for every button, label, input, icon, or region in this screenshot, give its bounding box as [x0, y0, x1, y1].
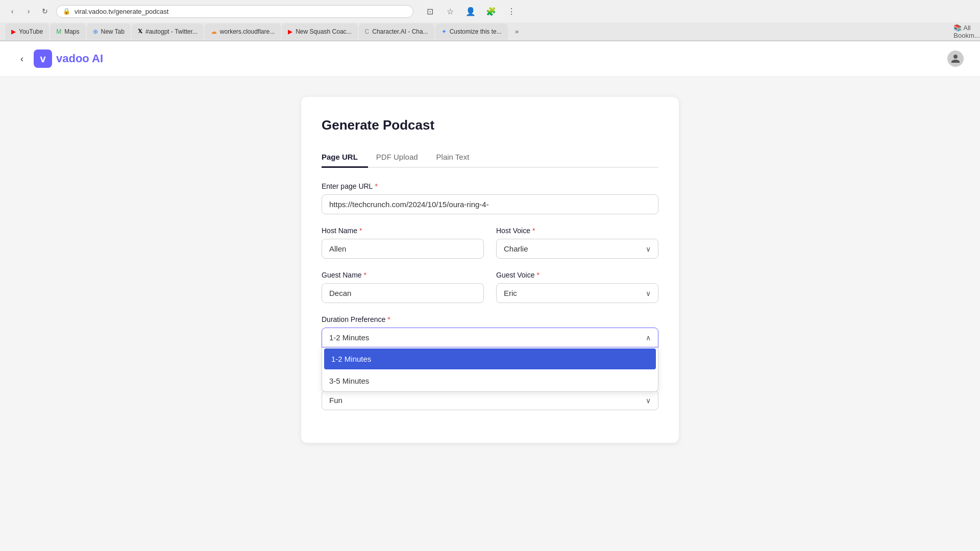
- guest-voice-required: *: [537, 271, 540, 279]
- tone-dropdown[interactable]: Fun ∨: [322, 390, 658, 410]
- tab-page-url[interactable]: Page URL: [322, 147, 368, 168]
- refresh-button[interactable]: ↻: [38, 4, 52, 18]
- guest-name-group: Guest Name *: [322, 271, 484, 303]
- back-button[interactable]: ‹: [5, 4, 19, 18]
- logo-icon: v: [34, 49, 52, 68]
- host-voice-label: Host Voice *: [496, 227, 658, 235]
- duration-required: *: [387, 315, 390, 323]
- tab-squash[interactable]: ▶ New Squash Coac...: [282, 23, 357, 40]
- host-voice-chevron: ∨: [646, 245, 651, 253]
- url-form-group: Enter page URL *: [322, 182, 658, 214]
- tab-characterai[interactable]: C Character.AI - Cha...: [359, 23, 434, 40]
- svg-text:v: v: [40, 53, 46, 64]
- tab-customize-label: Customize this te...: [450, 28, 502, 35]
- url-input[interactable]: [322, 194, 658, 214]
- nav-buttons: ‹ › ↻: [5, 4, 52, 18]
- bookmark-icon[interactable]: ☆: [442, 3, 458, 19]
- customize-tab-icon: ✦: [442, 28, 447, 35]
- toolbar-right: ⊡ ☆ 👤 🧩 ⋮: [422, 3, 520, 19]
- guest-voice-chevron: ∨: [646, 289, 651, 297]
- tab-plain-text[interactable]: Plain Text: [436, 147, 480, 168]
- tab-new-tab-label: New Tab: [101, 28, 125, 35]
- logo: v vadoo AI: [34, 49, 103, 68]
- autogpt-tab-icon: 𝕏: [138, 28, 142, 35]
- extensions-icon[interactable]: 🧩: [483, 3, 499, 19]
- duration-form-group: Duration Preference * 1-2 Minutes ∧ 1-2 …: [322, 315, 658, 347]
- tone-chevron: ∨: [646, 396, 651, 405]
- tab-youtube-label: YouTube: [19, 28, 43, 35]
- tab-maps-label: Maps: [64, 28, 79, 35]
- guest-voice-dropdown[interactable]: Eric ∨: [496, 283, 658, 303]
- tabs-nav: Page URL PDF Upload Plain Text: [322, 147, 658, 168]
- tab-maps[interactable]: M Maps: [50, 23, 85, 40]
- browser-toolbar: ‹ › ↻ 🔒 ⊡ ☆ 👤 🧩 ⋮: [0, 0, 980, 22]
- profile-avatar[interactable]: 👤: [462, 3, 479, 19]
- guest-name-label: Guest Name *: [322, 271, 484, 279]
- youtube-tab-icon: ▶: [11, 28, 16, 35]
- tab-workers[interactable]: ☁ workers.cloudflare...: [205, 23, 281, 40]
- new-tab-icon: ⊕: [93, 28, 98, 35]
- maps-tab-icon: M: [56, 28, 61, 35]
- app-header: ‹ v vadoo AI: [0, 41, 980, 77]
- browser-tabs: ▶ YouTube M Maps ⊕ New Tab 𝕏 #autogpt - …: [0, 22, 980, 41]
- duration-dropdown-menu: 1-2 Minutes 3-5 Minutes: [322, 347, 658, 392]
- tab-youtube[interactable]: ▶ YouTube: [5, 23, 49, 40]
- host-voice-value: Charlie: [504, 244, 528, 253]
- form-card: Generate Podcast Page URL PDF Upload Pla…: [301, 97, 679, 443]
- tab-pdf-upload[interactable]: PDF Upload: [376, 147, 428, 168]
- logo-text-main: adoo AI: [62, 52, 103, 65]
- characterai-tab-icon: C: [365, 28, 370, 35]
- address-input[interactable]: [75, 8, 407, 15]
- more-tabs-button[interactable]: »: [509, 23, 525, 40]
- logo-text: vadoo AI: [56, 52, 103, 65]
- host-voice-group: Host Voice * Charlie ∨: [496, 227, 658, 259]
- host-row: Host Name * Host Voice * Charlie ∨: [322, 227, 658, 259]
- tab-autogpt[interactable]: 𝕏 #autogpt - Twitter...: [132, 23, 204, 40]
- menu-icon[interactable]: ⋮: [503, 3, 520, 19]
- tab-new-tab[interactable]: ⊕ New Tab: [87, 23, 131, 40]
- tab-workers-label: workers.cloudflare...: [220, 28, 275, 35]
- page-title: Generate Podcast: [322, 117, 658, 133]
- duration-selected-value: 1-2 Minutes: [329, 333, 369, 342]
- workers-tab-icon: ☁: [211, 28, 217, 35]
- tab-autogpt-label: #autogpt - Twitter...: [145, 28, 198, 35]
- address-bar[interactable]: 🔒: [56, 5, 413, 18]
- guest-voice-label: Guest Voice *: [496, 271, 658, 279]
- guest-voice-group: Guest Voice * Eric ∨: [496, 271, 658, 303]
- guest-row: Guest Name * Guest Voice * Eric ∨: [322, 271, 658, 303]
- guest-voice-value: Eric: [504, 289, 517, 297]
- host-voice-required: *: [532, 227, 535, 235]
- main-content: Generate Podcast Page URL PDF Upload Pla…: [0, 77, 980, 463]
- host-voice-dropdown[interactable]: Charlie ∨: [496, 239, 658, 259]
- host-name-required: *: [359, 227, 362, 235]
- duration-option-3-5[interactable]: 3-5 Minutes: [322, 370, 658, 391]
- duration-label: Duration Preference *: [322, 315, 658, 323]
- duration-dropdown-wrapper: 1-2 Minutes ∧ 1-2 Minutes 3-5 Minutes: [322, 328, 658, 347]
- host-name-group: Host Name *: [322, 227, 484, 259]
- tab-customize[interactable]: ✦ Customize this te...: [435, 23, 508, 40]
- user-profile-button[interactable]: [947, 51, 964, 67]
- tone-dropdown-wrapper: Fun ∨: [322, 390, 658, 410]
- url-required-star: *: [375, 182, 377, 190]
- bookmarks-button[interactable]: 📚 All Bookm...: [959, 23, 975, 40]
- browser-chrome: ‹ › ↻ 🔒 ⊡ ☆ 👤 🧩 ⋮ ▶ YouTube M Maps ⊕ New…: [0, 0, 980, 41]
- url-label: Enter page URL *: [322, 182, 658, 190]
- tab-squash-label: New Squash Coac...: [296, 28, 351, 35]
- cast-icon[interactable]: ⊡: [422, 3, 438, 19]
- tone-selected-value: Fun: [329, 396, 342, 405]
- host-name-input[interactable]: [322, 239, 484, 259]
- lock-icon: 🔒: [63, 8, 70, 15]
- duration-option-1-2[interactable]: 1-2 Minutes: [324, 348, 656, 369]
- logo-text-v: v: [56, 52, 62, 65]
- host-name-label: Host Name *: [322, 227, 484, 235]
- duration-dropdown[interactable]: 1-2 Minutes ∧: [322, 328, 658, 347]
- squash-tab-icon: ▶: [288, 28, 292, 35]
- guest-name-input[interactable]: [322, 283, 484, 303]
- duration-chevron: ∧: [646, 334, 651, 342]
- app-back-button[interactable]: ‹: [16, 52, 28, 66]
- forward-button[interactable]: ›: [21, 4, 36, 18]
- guest-name-required: *: [364, 271, 366, 279]
- tab-characterai-label: Character.AI - Cha...: [372, 28, 428, 35]
